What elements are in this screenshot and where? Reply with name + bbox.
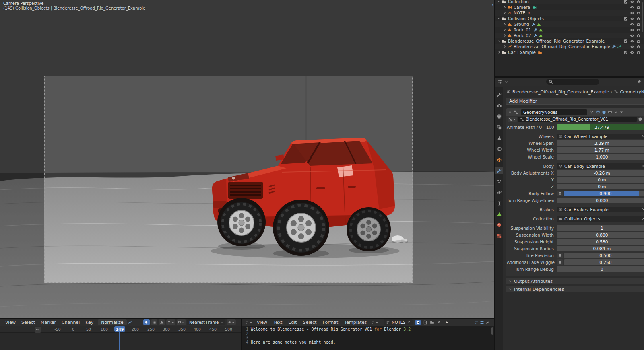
outliner-row-rig-object[interactable]: Blenderesse_Offroad_Rig_Generator_Exampl… (495, 44, 644, 49)
tab-constraints[interactable] (495, 200, 503, 207)
tab-object[interactable] (495, 156, 503, 163)
body-adjust-x-field[interactable]: -0.26 m (557, 170, 644, 176)
exclude-checkbox-icon[interactable] (623, 50, 628, 55)
text-editor-body[interactable]: 1 2 3 4 Welcome to Blenderesse - Offroad… (242, 326, 494, 350)
tab-particles[interactable] (495, 178, 503, 185)
camera-visibility-icon[interactable] (636, 28, 641, 32)
run-script-icon[interactable] (444, 320, 449, 325)
menu-view[interactable]: View (254, 320, 270, 325)
expand-icon[interactable] (508, 110, 512, 114)
text-browse-icon[interactable] (370, 319, 380, 325)
outliner-row-collision-objects[interactable]: Collision_Objects (495, 16, 644, 21)
breadcrumb-object[interactable]: Blenderesse_Offroad_Rig_Generator_Exampl… (512, 89, 609, 94)
text-editor[interactable]: View Text Edit Select Format Templates N… (242, 319, 494, 350)
render-toggle-icon[interactable] (608, 110, 612, 114)
tab-material[interactable] (495, 221, 503, 229)
outliner-item-label[interactable]: Ground (514, 22, 529, 27)
word-wrap-icon[interactable] (485, 320, 490, 325)
close-icon[interactable] (619, 110, 623, 114)
expand-icon[interactable] (497, 16, 502, 21)
body-adjust-z-field[interactable]: 0 m (557, 184, 644, 189)
brakes-object-field[interactable]: Car_Brakes_Example (557, 207, 644, 212)
realtime-toggle-icon[interactable] (602, 110, 606, 114)
menu-format[interactable]: Format (320, 320, 341, 325)
wheel-scale-field[interactable]: 1.000 (557, 154, 644, 160)
outliner-row-rock-02[interactable]: Rock_02 (495, 33, 644, 38)
modifier-header[interactable]: GeometryNodes (506, 108, 644, 116)
tab-physics[interactable] (495, 189, 503, 196)
menu-select[interactable]: Select (19, 320, 38, 325)
properties-panel[interactable]: Blenderesse_Offroad_Rig_Generator_Exampl… (495, 78, 644, 350)
filter-funnel-icon[interactable] (166, 319, 175, 325)
outliner-row-camera[interactable]: Camera (495, 4, 644, 10)
expand-icon[interactable] (497, 39, 502, 43)
hide-eye-icon[interactable] (630, 11, 634, 15)
collection-field[interactable]: Collision_Objects (557, 216, 644, 222)
outliner-row-collection[interactable]: Collection (495, 0, 644, 4)
editor-type-icon[interactable] (244, 319, 254, 325)
pin-icon[interactable] (637, 80, 642, 84)
suspension-visibility-field[interactable]: 1 (557, 225, 644, 231)
playhead-line[interactable] (119, 332, 120, 350)
hide-eye-icon[interactable] (630, 16, 634, 21)
body-adjust-y-field[interactable]: 0 m (557, 177, 644, 183)
outliner-item-label[interactable]: Collision_Objects (508, 16, 544, 21)
hide-eye-icon[interactable] (630, 39, 634, 43)
camera-visibility-icon[interactable] (636, 33, 641, 38)
camera-visibility-icon[interactable] (636, 0, 641, 4)
tire-precision-field[interactable]: 0.500 (564, 253, 644, 258)
attribute-toggle-icon[interactable] (557, 259, 563, 265)
body-object-field[interactable]: Car_Body_Example (557, 163, 644, 169)
tab-render[interactable] (495, 102, 503, 109)
text-datablock-field[interactable]: NOTES (384, 319, 413, 325)
timeline-editor[interactable]: View Select Marker Channel Key Normalize… (0, 319, 242, 350)
hide-eye-icon[interactable] (630, 50, 634, 55)
sidebar-collapse-arrow[interactable]: ‹ (492, 2, 494, 8)
camera-visibility-icon[interactable] (636, 11, 641, 15)
exclude-checkbox-icon[interactable] (623, 16, 628, 21)
camera-visibility-icon[interactable] (636, 22, 641, 27)
tab-output[interactable] (495, 113, 503, 120)
add-modifier-button[interactable]: Add Modifier (506, 98, 644, 105)
outliner-panel[interactable]: Collection Camera NOTE (495, 0, 644, 76)
expand-icon[interactable] (502, 33, 507, 37)
node-group-browse-button[interactable] (508, 117, 517, 122)
outliner-row-car-example[interactable]: Car_Example (495, 49, 644, 55)
menu-select[interactable]: Select (300, 320, 320, 325)
section-output-attributes[interactable]: Output Attributes (506, 278, 644, 284)
outliner-item-label[interactable]: Rock_01 (514, 27, 531, 32)
close-icon[interactable] (437, 320, 441, 324)
animate-path-slider[interactable]: 37.479 (557, 124, 644, 130)
expand-icon[interactable] (502, 22, 507, 26)
fake-user-shield-icon[interactable] (638, 117, 642, 121)
text-editor-scrollbar[interactable] (491, 327, 493, 335)
clear-x-icon[interactable] (642, 134, 644, 138)
expand-icon[interactable] (502, 5, 507, 9)
wheel-width-field[interactable]: 1.77 m (557, 147, 644, 153)
section-internal-dependencies[interactable]: Internal Dependencies (506, 286, 644, 292)
outliner-item-label[interactable]: Blenderesse_Offroad_Rig_Generator_Exampl… (514, 44, 610, 49)
snap-magnet-icon[interactable] (177, 319, 186, 325)
current-frame-badge[interactable]: 149 (114, 326, 125, 332)
expand-icon[interactable] (502, 45, 507, 49)
viewport-3d[interactable]: Camera Perspective (149) Collision_Objec… (0, 0, 494, 318)
extras-dropdown-icon[interactable] (614, 110, 618, 114)
warning-mode-icon[interactable] (159, 319, 165, 325)
camera-visibility-icon[interactable] (636, 5, 641, 10)
hide-eye-icon[interactable] (630, 5, 634, 10)
normalize-button[interactable]: Normalize (98, 319, 126, 325)
hide-eye-icon[interactable] (630, 0, 634, 4)
wheel-span-field[interactable]: 3.39 m (557, 140, 644, 146)
clear-x-icon[interactable] (642, 217, 644, 220)
expand-icon[interactable] (497, 0, 502, 4)
turn-range-adjustment-field[interactable]: 0.000 (557, 198, 644, 203)
tab-tool[interactable] (495, 91, 503, 98)
on-cage-toggle-icon[interactable] (590, 110, 594, 114)
expand-icon[interactable] (502, 11, 507, 15)
frame-jump-icon[interactable] (35, 327, 41, 333)
outliner-row-note[interactable]: NOTE (495, 10, 644, 16)
menu-view[interactable]: View (2, 320, 19, 325)
menu-key[interactable]: Key (83, 320, 96, 325)
tab-modifiers[interactable] (495, 167, 503, 174)
register-checkbox[interactable] (415, 320, 421, 325)
